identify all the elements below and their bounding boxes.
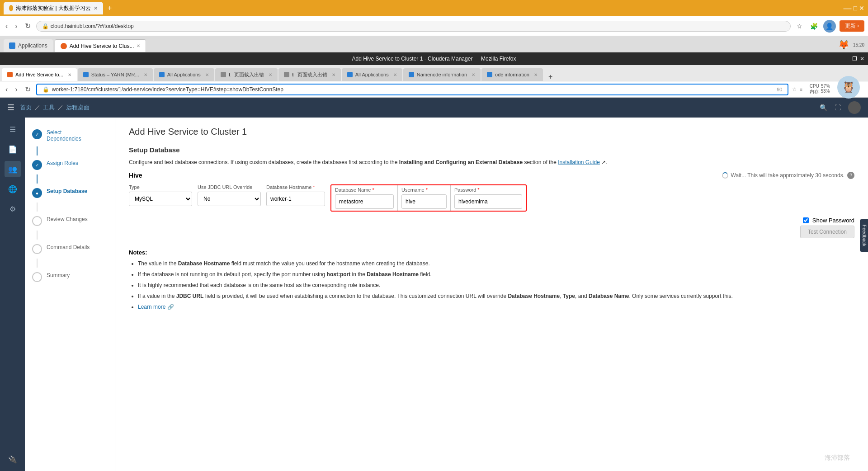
outer-tab-strip: 海沛部落实验室 | 大数据学习云 ✕ + [4,2,844,14]
external-link-icon-2: 🔗 [167,304,174,310]
ff-tab-error-2[interactable]: ℹ 页面载入出错 ✕ [278,68,341,81]
ff-new-tab-button[interactable]: + [546,73,555,81]
form-group-type: Type MySQL [129,184,192,206]
add-hive-tab-label: Add Hive Service to Clus... [70,43,134,49]
cm-app-content: ☰ 首页 ／ 工具 ／ 远程桌面 🔍 ⛶ ☰ 📄 [0,98,868,471]
ff-tab-info-icon-2: ℹ [292,72,294,77]
step-review-changes[interactable]: Review Changes [25,212,115,231]
wait-text: Wait... This will take approximately 30 … [731,172,844,179]
ff-tab-close-7[interactable]: ✕ [472,72,475,77]
learn-more-link[interactable]: Learn more [138,304,165,310]
note-item-3: It is highly recommended that each datab… [138,281,854,289]
step-circle-5 [32,244,42,254]
breadcrumb-home[interactable]: 首页 [20,104,32,112]
cm-fullscreen-icon[interactable]: ⛶ [835,104,841,111]
ff-refresh-btn[interactable]: ↻ [23,83,33,95]
breadcrumb-tools[interactable]: 工具 [43,104,55,112]
step-setup-database[interactable]: ● Setup Database [25,184,115,203]
extensions-icon[interactable]: 🧩 [809,21,820,32]
ff-tab-favicon-6 [347,72,353,77]
ff-url-right-icons: ☆ ≡ [792,86,802,92]
ff-tab-close-2[interactable]: ✕ [144,72,147,77]
back-button[interactable]: ‹ [4,20,9,32]
help-icon[interactable]: ? [847,172,854,179]
ff-url-display[interactable]: worker-1:7180/cmf/clusters/1/add-service… [52,86,774,93]
ff-tab-error-1[interactable]: ℹ 页面载入出错 ✕ [215,68,278,81]
hostname-input[interactable] [266,192,325,206]
cm-menu-icon[interactable]: ☰ [7,103,14,113]
sidebar-icon-files[interactable]: 📄 [5,141,21,157]
ff-tab-all-apps-1[interactable]: All Applications ✕ [154,68,214,81]
password-label: Password * [454,187,522,193]
applications-tab[interactable]: Applications [4,39,53,52]
dbname-required: * [373,187,374,193]
minimize-button[interactable]: — [844,4,852,13]
ff-tab-all-apps-2[interactable]: All Applications ✕ [342,68,402,81]
cpu-mem-display: CPU 57% 内存 53% [810,84,830,95]
ff-tab-favicon-2 [83,72,89,77]
username-input[interactable] [401,194,447,209]
password-input[interactable] [454,194,522,209]
outer-active-tab[interactable]: 海沛部落实验室 | 大数据学习云 ✕ [4,2,103,14]
cm-search-icon[interactable]: 🔍 [820,104,827,111]
feedback-tab[interactable]: Feedback [860,219,868,252]
ff-forward-btn[interactable]: › [13,84,19,95]
step-label-4: Review Changes [47,216,88,222]
ff-tab-namenode[interactable]: Namenode information ✕ [403,68,481,81]
hive-label: Hive [129,172,142,179]
ff-tab-node-info[interactable]: ode information ✕ [481,68,543,81]
bookmark-icon[interactable]: ☆ [794,21,805,32]
form-group-hostname: Database Hostname * [266,184,325,206]
add-hive-tab-close[interactable]: ✕ [137,43,140,48]
step-assign-roles[interactable]: ✓ Assign Roles [25,155,115,174]
sidebar-icon-plugin[interactable]: 🔌 [5,451,21,467]
cm-header: ☰ 首页 ／ 工具 ／ 远程桌面 🔍 ⛶ [0,98,868,118]
ff-tab-close-3[interactable]: ✕ [205,72,209,77]
step-command-details[interactable]: Command Details [25,240,115,259]
ff-tab-favicon-8 [487,72,492,77]
step-select-dependencies[interactable]: ✓ SelectDependencies [25,125,115,146]
step-summary[interactable]: Summary [25,268,115,287]
ff-tab-add-hive[interactable]: Add Hive Service to... ✕ [2,68,77,81]
ff-minimize-btn[interactable]: — [844,56,849,62]
jdbc-select[interactable]: No [198,192,261,206]
installation-guide-link[interactable]: Installation Guide [558,159,600,165]
loading-spinner [722,172,728,179]
ff-tab-status-yarn[interactable]: Status – YARN (MR... ✕ [78,68,153,81]
show-password-checkbox[interactable] [803,217,809,223]
update-button[interactable]: 更新 › [840,20,864,32]
sidebar-icon-globe[interactable]: 🌐 [5,181,21,197]
forward-button[interactable]: › [13,20,19,32]
page-title: Add Hive Service to Cluster 1 [129,127,854,137]
ff-tab-bar: Add Hive Service to... ✕ Status – YARN (… [0,65,868,81]
ff-url-bar: ‹ › ↻ 🔒 worker-1:7180/cmf/clusters/1/add… [0,81,868,98]
ff-close-btn[interactable]: ✕ [860,56,864,62]
breadcrumb-desktop[interactable]: 远程桌面 [66,104,90,112]
page-title-container: Add Hive Service to Cluster 1 [129,127,854,137]
ff-tab-close-5[interactable]: ✕ [332,72,335,77]
ff-back-btn[interactable]: ‹ [4,84,9,95]
refresh-button[interactable]: ↻ [23,20,33,32]
dbname-input[interactable] [335,194,394,209]
cm-user-avatar[interactable] [848,101,861,114]
sidebar-icon-settings[interactable]: ⚙ [5,201,21,217]
sidebar-icon-menu[interactable]: ☰ [5,121,21,137]
type-select[interactable]: MySQL [129,192,192,206]
profile-icon[interactable]: 👤 [823,20,836,33]
ff-reader-icon[interactable]: ≡ [799,87,802,92]
ff-tab-close-1[interactable]: ✕ [68,72,71,77]
ff-restore-btn[interactable]: ❐ [852,56,857,62]
test-connection-button[interactable]: Test Connection [800,226,854,238]
address-bar-url[interactable]: cloud.hainiubl.com/?#/tool/desktop [51,23,134,29]
ff-tab-close-6[interactable]: ✕ [393,72,397,77]
ff-tab-close-4[interactable]: ✕ [269,72,272,77]
ff-tab-close-8[interactable]: ✕ [534,72,538,77]
add-hive-tab[interactable]: Add Hive Service to Clus... ✕ [55,39,146,52]
maximize-button[interactable]: □ [854,5,857,12]
ff-bookmark-icon[interactable]: ☆ [792,86,797,92]
new-tab-button[interactable]: + [104,4,115,12]
sidebar-icon-users[interactable]: 👥 [5,161,21,177]
outer-tab-close[interactable]: ✕ [94,5,98,11]
username-required: * [426,187,428,193]
close-button[interactable]: ✕ [859,5,864,12]
